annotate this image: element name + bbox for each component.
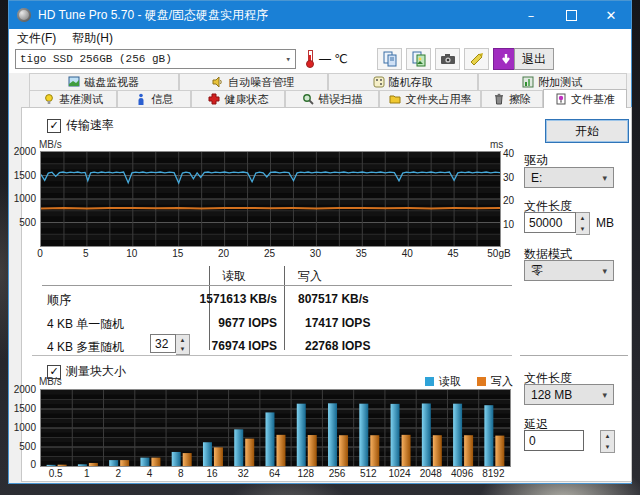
spinner-down-icon[interactable]: ▼	[601, 442, 614, 453]
4k-single-read-value: 9677 IOPS	[218, 316, 277, 330]
tab-label: 基准测试	[59, 92, 103, 107]
file-length-value[interactable]: 50000	[524, 212, 576, 233]
queue-depth-value[interactable]: 32	[150, 334, 176, 353]
chevron-down-icon: ▾	[602, 266, 607, 276]
axis-tick-label: 2000	[6, 384, 36, 395]
bar-读取-1024	[391, 404, 400, 466]
tab-info[interactable]: 信息	[117, 90, 191, 107]
magnifier-icon	[302, 93, 314, 105]
axis-tick-label: 25	[250, 248, 290, 259]
bar-读取-512	[359, 404, 368, 466]
copy-text-icon	[382, 51, 398, 67]
tab-label: 擦除	[509, 92, 531, 107]
block-file-length-dropdown[interactable]: 128 MB ▾	[524, 384, 614, 405]
data-mode-value: 零	[531, 262, 543, 279]
copy-text-button[interactable]	[377, 48, 402, 70]
bar-读取-256	[328, 403, 337, 466]
tab-label: 文件基准	[571, 92, 615, 107]
bar-读取-2	[109, 460, 118, 466]
bar-写入-256	[339, 435, 348, 466]
table-header-rule	[42, 285, 512, 286]
tab-health[interactable]: 健康状态	[191, 90, 285, 107]
transfer-rate-chart	[40, 151, 501, 247]
tab-disk-monitor[interactable]: 磁盘监视器	[29, 73, 179, 90]
menu-file[interactable]: 文件(F)	[9, 29, 64, 47]
tab-label: 信息	[151, 92, 173, 107]
tab-random-access[interactable]: 随机存取	[328, 73, 478, 90]
row-label-4k-single: 4 KB 单一随机	[47, 316, 124, 333]
disk-monitor-icon	[68, 76, 80, 88]
axis-tick-label: 5	[66, 248, 106, 259]
spinner-up-icon[interactable]: ▲	[576, 213, 589, 224]
seq-read-value: 1571613 KB/s	[200, 292, 277, 306]
menu-help[interactable]: 帮助(H)	[64, 29, 121, 47]
legend-write: 写入	[477, 374, 513, 389]
file-length-spinner[interactable]: 50000 ▲▼	[524, 212, 590, 233]
tab-error-scan[interactable]: 错误扫描	[285, 90, 379, 107]
bar-读取-0.5	[47, 465, 56, 466]
axis-tick-label: 30	[503, 172, 523, 183]
tab-erase[interactable]: 擦除	[481, 90, 542, 107]
copy-image-button[interactable]	[406, 48, 431, 70]
tab-file-benchmark[interactable]: 文件基准	[543, 89, 627, 108]
file-benchmark-panel: ✓ 传输速率 MB/s ms 读取 写入 顺序 1571613 KB/s 807…	[21, 107, 632, 482]
bar-写入-0.5	[58, 465, 67, 466]
axis-tick-label: 500	[6, 441, 36, 452]
screenshot-button[interactable]	[435, 48, 460, 70]
tab-strip: 磁盘监视器 自动噪音管理 随机存取 附加测试 基准测试 信息	[9, 73, 631, 107]
tab-label: 错误扫描	[318, 92, 362, 107]
4k-single-write-value: 17417 IOPS	[305, 316, 370, 330]
tab-folder-usage[interactable]: 文件夹占用率	[379, 90, 481, 107]
4k-multi-read-value: 76974 IOPS	[212, 339, 277, 353]
transfer-rate-checkbox[interactable]: ✓ 传输速率	[47, 117, 114, 134]
spinner-down-icon[interactable]: ▼	[176, 345, 189, 355]
delay-value[interactable]: 0	[524, 430, 584, 451]
spinner-down-icon[interactable]: ▼	[576, 224, 589, 235]
file-length-unit: MB	[596, 216, 614, 230]
col-header-read: 读取	[222, 268, 246, 285]
queue-depth-spinner[interactable]: 32 ▲▼	[150, 334, 190, 353]
chevron-down-icon: ▾	[286, 54, 291, 65]
maximize-icon	[566, 10, 577, 21]
delay-spinner[interactable]: ▲▼	[600, 430, 615, 451]
transfer-rate-label: 传输速率	[66, 117, 114, 134]
tab-auto-acoustic[interactable]: 自动噪音管理	[179, 73, 329, 90]
axis-tick-label: 1500	[6, 403, 36, 414]
chart1-y-unit: MB/s	[39, 139, 62, 150]
bar-写入-4096	[464, 435, 473, 466]
copy-image-icon	[411, 51, 427, 67]
tab-row-2: 基准测试 信息 健康状态 错误扫描 文件夹占用率 擦除	[29, 90, 627, 107]
legend-read: 读取	[425, 374, 461, 389]
start-button[interactable]: 开始	[545, 119, 629, 143]
tab-benchmark[interactable]: 基准测试	[29, 90, 117, 107]
save-image-button[interactable]	[464, 48, 489, 70]
temperature-value: —	[319, 52, 331, 66]
minimize-button[interactable]: –	[511, 1, 551, 29]
exit-button[interactable]: 退出	[514, 48, 554, 70]
axis-tick-label: 35	[341, 248, 381, 259]
window-title: HD Tune Pro 5.70 - 硬盘/固态硬盘实用程序	[38, 7, 511, 24]
maximize-button[interactable]	[551, 1, 591, 29]
tab-extra-tests[interactable]: 附加测试	[478, 73, 628, 90]
data-mode-dropdown[interactable]: 零 ▾	[524, 260, 614, 281]
row-label-4k-multi: 4 KB 多重随机	[47, 339, 124, 356]
chevron-down-icon: ▾	[602, 390, 607, 400]
bar-写入-16	[214, 447, 223, 466]
axis-tick-label: 40	[503, 148, 523, 159]
spinner-up-icon[interactable]: ▲	[176, 335, 189, 345]
health-cross-icon	[208, 93, 220, 105]
drive-dropdown[interactable]: E: ▾	[524, 167, 614, 188]
axis-tick-label: 500	[6, 217, 36, 228]
sidebar-divider	[520, 355, 628, 356]
checkbox-check-icon: ✓	[47, 119, 61, 133]
axis-tick-label: 15	[158, 248, 198, 259]
bar-写入-1	[89, 463, 98, 466]
delay-input[interactable]: 0	[524, 430, 584, 451]
4k-multi-write-value: 22768 IOPS	[305, 339, 370, 353]
close-button[interactable]: ✕	[591, 1, 631, 29]
drive-select[interactable]: tigo SSD 256GB (256 gB) ▾	[15, 49, 296, 69]
spinner-up-icon[interactable]: ▲	[601, 431, 614, 442]
bar-写入-128	[308, 435, 317, 466]
toolbar: tigo SSD 256GB (256 gB) ▾ — ℃ 退出	[9, 47, 631, 73]
chevron-down-icon: ▾	[602, 173, 607, 183]
